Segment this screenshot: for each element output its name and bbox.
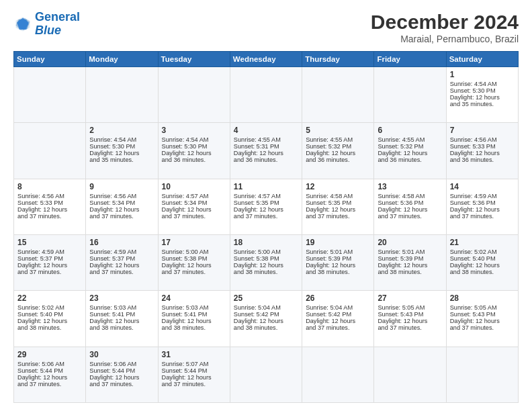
day-cell: 14Sunrise: 4:59 AMSunset: 5:36 PMDayligh… — [446, 179, 518, 234]
day-cell: 29Sunrise: 5:06 AMSunset: 5:44 PMDayligh… — [14, 347, 86, 402]
day-number: 13 — [378, 182, 442, 191]
calendar-week: 2Sunrise: 4:54 AMSunset: 5:30 PMDaylight… — [14, 123, 519, 179]
day-of-week-header: Tuesday — [158, 52, 230, 67]
empty-day-cell — [158, 67, 230, 123]
empty-day-cell — [302, 347, 374, 402]
header: General Blue December 2024 Maraial, Pern… — [13, 11, 519, 44]
empty-day-cell — [374, 347, 446, 402]
day-number: 12 — [306, 182, 370, 191]
day-of-week-header: Friday — [374, 52, 446, 67]
day-cell: 18Sunrise: 5:00 AMSunset: 5:38 PMDayligh… — [230, 234, 302, 290]
day-cell: 20Sunrise: 5:01 AMSunset: 5:39 PMDayligh… — [374, 234, 446, 290]
day-number: 14 — [450, 182, 515, 191]
day-number: 1 — [450, 70, 515, 79]
day-cell: 23Sunrise: 5:03 AMSunset: 5:41 PMDayligh… — [86, 291, 158, 347]
calendar-week: 22Sunrise: 5:02 AMSunset: 5:40 PMDayligh… — [14, 291, 519, 347]
day-cell: 9Sunrise: 4:56 AMSunset: 5:34 PMDaylight… — [86, 179, 158, 234]
title-block: December 2024 Maraial, Pernambuco, Brazi… — [371, 11, 519, 44]
empty-day-cell — [14, 123, 86, 179]
day-cell: 12Sunrise: 4:58 AMSunset: 5:35 PMDayligh… — [302, 179, 374, 234]
calendar-week: 29Sunrise: 5:06 AMSunset: 5:44 PMDayligh… — [14, 347, 519, 402]
day-cell: 27Sunrise: 5:05 AMSunset: 5:43 PMDayligh… — [374, 291, 446, 347]
day-cell: 11Sunrise: 4:57 AMSunset: 5:35 PMDayligh… — [230, 179, 302, 234]
day-number: 6 — [378, 126, 442, 135]
days-of-week-header: SundayMondayTuesdayWednesdayThursdayFrid… — [14, 52, 519, 67]
day-cell: 31Sunrise: 5:07 AMSunset: 5:44 PMDayligh… — [158, 347, 230, 402]
empty-day-cell — [230, 347, 302, 402]
calendar-table: SundayMondayTuesdayWednesdayThursdayFrid… — [13, 51, 519, 403]
day-number: 31 — [162, 350, 226, 359]
day-cell: 8Sunrise: 4:56 AMSunset: 5:33 PMDaylight… — [14, 179, 86, 234]
day-cell: 15Sunrise: 4:59 AMSunset: 5:37 PMDayligh… — [14, 234, 86, 290]
day-number: 5 — [306, 126, 370, 135]
day-cell: 13Sunrise: 4:58 AMSunset: 5:36 PMDayligh… — [374, 179, 446, 234]
day-cell: 10Sunrise: 4:57 AMSunset: 5:34 PMDayligh… — [158, 179, 230, 234]
day-cell: 21Sunrise: 5:02 AMSunset: 5:40 PMDayligh… — [446, 234, 518, 290]
day-number: 25 — [234, 293, 298, 303]
day-number: 7 — [450, 126, 515, 135]
day-of-week-header: Saturday — [446, 52, 518, 67]
day-number: 15 — [17, 238, 82, 247]
logo: General Blue — [13, 11, 80, 38]
day-number: 28 — [450, 293, 515, 303]
logo-text: General Blue — [35, 11, 80, 38]
day-number: 24 — [162, 293, 226, 303]
day-cell: 4Sunrise: 4:55 AMSunset: 5:31 PMDaylight… — [230, 123, 302, 179]
day-number: 22 — [17, 293, 82, 303]
empty-day-cell — [230, 67, 302, 123]
day-number: 3 — [162, 126, 226, 135]
day-number: 19 — [306, 238, 370, 247]
calendar-week: 8Sunrise: 4:56 AMSunset: 5:33 PMDaylight… — [14, 179, 519, 234]
day-cell: 5Sunrise: 4:55 AMSunset: 5:32 PMDaylight… — [302, 123, 374, 179]
day-cell: 7Sunrise: 4:56 AMSunset: 5:33 PMDaylight… — [446, 123, 518, 179]
day-number: 2 — [89, 126, 154, 135]
calendar-week: 1Sunrise: 4:54 AMSunset: 5:30 PMDaylight… — [14, 67, 519, 123]
calendar-week: 15Sunrise: 4:59 AMSunset: 5:37 PMDayligh… — [14, 234, 519, 290]
day-cell: 26Sunrise: 5:04 AMSunset: 5:42 PMDayligh… — [302, 291, 374, 347]
day-number: 21 — [450, 238, 515, 247]
day-number: 23 — [89, 293, 154, 303]
day-cell: 3Sunrise: 4:54 AMSunset: 5:30 PMDaylight… — [158, 123, 230, 179]
day-cell: 22Sunrise: 5:02 AMSunset: 5:40 PMDayligh… — [14, 291, 86, 347]
day-cell: 1Sunrise: 4:54 AMSunset: 5:30 PMDaylight… — [446, 67, 518, 123]
main-title: December 2024 — [371, 11, 519, 34]
logo-line1: General — [35, 10, 80, 24]
day-cell: 19Sunrise: 5:01 AMSunset: 5:39 PMDayligh… — [302, 234, 374, 290]
day-of-week-header: Wednesday — [230, 52, 302, 67]
day-cell: 6Sunrise: 4:55 AMSunset: 5:32 PMDaylight… — [374, 123, 446, 179]
day-number: 4 — [234, 126, 298, 135]
day-cell: 24Sunrise: 5:03 AMSunset: 5:41 PMDayligh… — [158, 291, 230, 347]
logo-line2: Blue — [35, 24, 61, 37]
subtitle: Maraial, Pernambuco, Brazil — [371, 34, 519, 44]
day-number: 29 — [17, 350, 82, 359]
day-cell: 25Sunrise: 5:04 AMSunset: 5:42 PMDayligh… — [230, 291, 302, 347]
day-number: 18 — [234, 238, 298, 247]
empty-day-cell — [14, 67, 86, 123]
empty-day-cell — [86, 67, 158, 123]
day-number: 8 — [17, 182, 82, 191]
day-number: 26 — [306, 293, 370, 303]
day-number: 27 — [378, 293, 442, 303]
day-number: 11 — [234, 182, 298, 191]
empty-day-cell — [302, 67, 374, 123]
day-cell: 17Sunrise: 5:00 AMSunset: 5:38 PMDayligh… — [158, 234, 230, 290]
page: General Blue December 2024 Maraial, Pern… — [0, 0, 532, 411]
empty-day-cell — [446, 347, 518, 402]
day-of-week-header: Sunday — [14, 52, 86, 67]
day-number: 30 — [89, 350, 154, 359]
calendar-body: 1Sunrise: 4:54 AMSunset: 5:30 PMDaylight… — [14, 67, 519, 403]
day-cell: 30Sunrise: 5:06 AMSunset: 5:44 PMDayligh… — [86, 347, 158, 402]
empty-day-cell — [374, 67, 446, 123]
day-number: 17 — [162, 238, 226, 247]
day-number: 16 — [89, 238, 154, 247]
logo-icon — [13, 15, 32, 34]
day-cell: 2Sunrise: 4:54 AMSunset: 5:30 PMDaylight… — [86, 123, 158, 179]
day-number: 20 — [378, 238, 442, 247]
day-cell: 28Sunrise: 5:05 AMSunset: 5:43 PMDayligh… — [446, 291, 518, 347]
day-of-week-header: Thursday — [302, 52, 374, 67]
day-number: 10 — [162, 182, 226, 191]
day-of-week-header: Monday — [86, 52, 158, 67]
day-cell: 16Sunrise: 4:59 AMSunset: 5:37 PMDayligh… — [86, 234, 158, 290]
day-number: 9 — [89, 182, 154, 191]
